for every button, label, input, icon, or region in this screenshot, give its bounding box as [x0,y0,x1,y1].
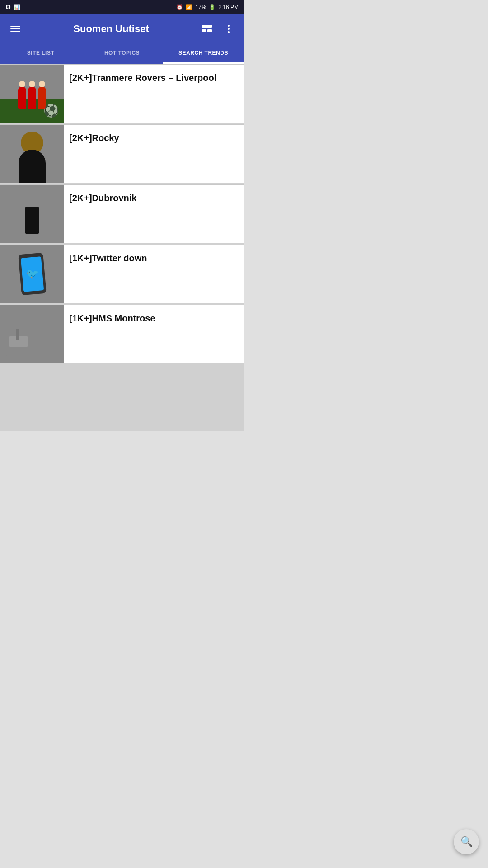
grid-view-button[interactable] [199,21,215,37]
tab-site-list[interactable]: SITE LIST [0,43,81,64]
menu-button[interactable] [7,21,23,37]
grid-layout-icon [202,25,212,33]
twitter-bird-icon: 🐦 [25,268,38,280]
list-item[interactable]: [2K+]Tranmere Rovers – Liverpool [0,64,244,123]
more-options-button[interactable] [221,21,237,37]
news-headline: [2K+]Dubrovnik [69,192,136,204]
thumbnail [0,185,64,243]
app-bar: Suomen Uutiset [0,14,244,43]
thumbnail [0,125,64,183]
news-headline: [2K+]Rocky [69,132,119,144]
phone-silhouette: 🐦 [18,253,47,295]
news-content: [1K+]HMS Montrose [64,305,244,363]
news-headline: [1K+]HMS Montrose [69,312,155,324]
tab-bar: SITE LIST HOT TOPICS SEARCH TRENDS [0,43,244,64]
alarm-icon: ⏰ [176,4,183,10]
status-left-icons: 🖼 📊 [5,4,20,10]
thumbnail [0,65,64,123]
news-headline: [2K+]Tranmere Rovers – Liverpool [69,72,216,84]
list-item[interactable]: [1K+]HMS Montrose [0,305,244,363]
more-dots-icon [228,25,230,33]
battery-icon: 🔋 [209,4,216,10]
thumbnail [0,305,64,363]
news-content: [1K+]Twitter down [64,245,244,303]
list-item[interactable]: [2K+]Dubrovnik [0,184,244,243]
ship-silhouette [5,345,59,356]
news-headline: [1K+]Twitter down [69,252,147,264]
app-title: Suomen Uutiset [29,23,193,35]
news-content: [2K+]Dubrovnik [64,185,244,243]
list-item[interactable]: 🐦 [1K+]Twitter down [0,245,244,303]
hamburger-icon [10,26,20,32]
thumbnail: 🐦 [0,245,64,303]
phone-screen: 🐦 [20,256,43,292]
news-content: [2K+]Rocky [64,125,244,183]
photo-icon: 🖼 [5,4,11,10]
news-content: [2K+]Tranmere Rovers – Liverpool [64,65,244,123]
chart-icon: 📊 [14,4,20,10]
wifi-icon: 📶 [186,4,192,10]
battery-text: 17% [195,4,206,10]
tab-hot-topics[interactable]: HOT TOPICS [81,43,163,64]
tab-search-trends[interactable]: SEARCH TRENDS [163,43,244,64]
news-list: [2K+]Tranmere Rovers – Liverpool [2K+]Ro… [0,64,244,431]
list-item[interactable]: [2K+]Rocky [0,124,244,183]
status-bar: 🖼 📊 ⏰ 📶 17% 🔋 2:16 PM [0,0,244,14]
time-display: 2:16 PM [218,4,239,10]
players-silhouette [18,86,46,109]
